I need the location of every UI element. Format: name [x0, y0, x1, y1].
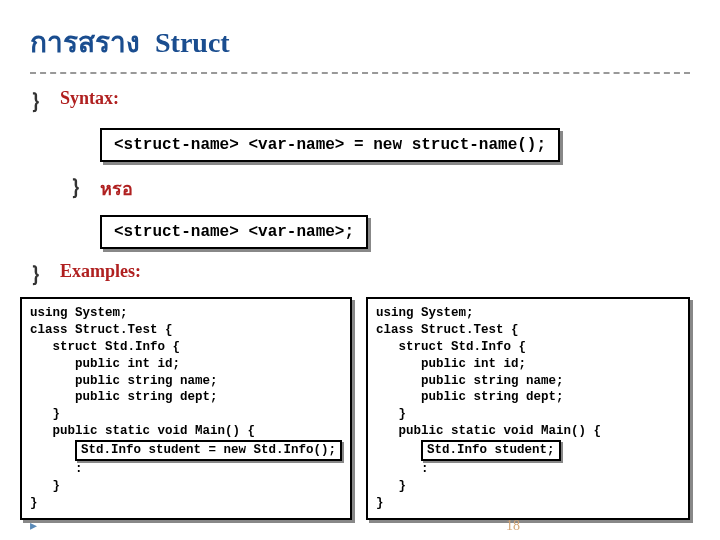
slide: การสราง Struct ｝ Syntax: <struct-name> <…	[0, 0, 720, 520]
highlight-line-left: Std.Info student = new Std.Info();	[75, 440, 342, 461]
code-example-right: using System; class Struct.Test { struct…	[366, 297, 690, 520]
bullet-icon: ｝	[30, 86, 60, 116]
title-divider	[30, 72, 690, 74]
or-label: หรอ	[100, 172, 133, 203]
or-row: ｝ หรอ	[70, 172, 690, 203]
syntax-row: ｝ Syntax:	[30, 86, 690, 116]
highlight-line-right: Std.Info student;	[421, 440, 561, 461]
examples-label: Examples:	[60, 259, 141, 282]
bullet-icon: ｝	[30, 259, 60, 289]
page-number: 18	[506, 518, 520, 534]
examples-row-label: ｝ Examples:	[30, 259, 690, 289]
code-example-left: using System; class Struct.Test { struct…	[20, 297, 352, 520]
syntax-box-2: <struct-name> <var-name>;	[100, 215, 368, 249]
bullet-icon: ｝	[70, 172, 100, 202]
syntax-box-1: <struct-name> <var-name> = new struct-na…	[100, 128, 560, 162]
slide-title: การสราง Struct	[30, 20, 690, 64]
title-thai: การสราง	[30, 27, 140, 58]
footer-arrow-icon: ▸	[30, 517, 37, 534]
examples-container: using System; class Struct.Test { struct…	[20, 297, 690, 520]
title-en: Struct	[155, 27, 230, 58]
syntax-label: Syntax:	[60, 86, 119, 109]
